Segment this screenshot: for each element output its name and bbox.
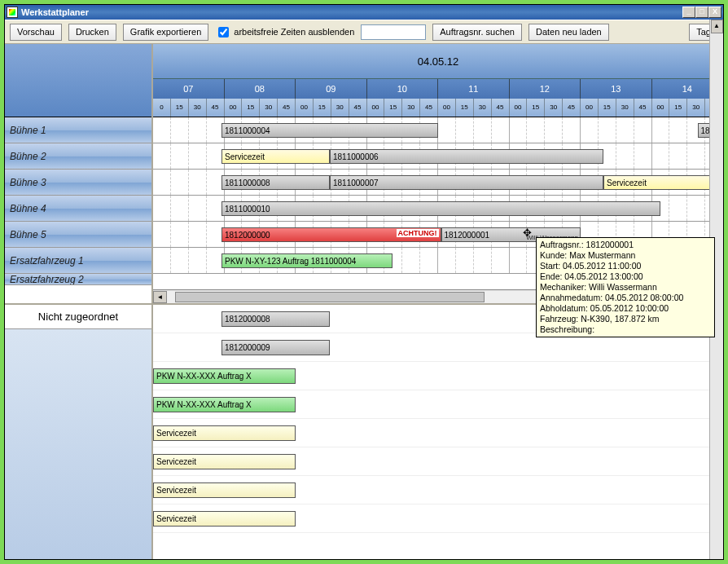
scroll-thumb[interactable]: [175, 292, 485, 302]
unassigned-left: Nicht zugeordnet: [5, 305, 153, 559]
gantt-bar[interactable]: Servicezeit: [153, 454, 296, 469]
gantt-bar[interactable]: PKW N-XX-XXX Auftrag X: [153, 397, 296, 412]
unassigned-row[interactable]: Servicezeit: [153, 447, 723, 476]
minute-cell: 45: [563, 99, 581, 117]
minute-cell: 15: [669, 99, 687, 117]
scroll-left-button[interactable]: ◄: [153, 291, 167, 303]
resource-column: Bühne 1Bühne 2Bühne 3Bühne 4Bühne 5Ersat…: [5, 44, 153, 303]
minute-cell: 30: [616, 99, 634, 117]
resource-row[interactable]: Ersatzfahrzeug 2: [5, 274, 151, 285]
unassigned-body-wrap[interactable]: 18120000081812000009PKW N-XX-XXX Auftrag…: [153, 305, 723, 559]
gantt-bar[interactable]: Servicezeit: [153, 425, 296, 441]
minute-cell: 45: [492, 99, 510, 117]
minute-cell: 00: [225, 99, 243, 117]
gantt-bar[interactable]: 1812000000ACHTUNG!: [221, 227, 441, 242]
gantt-bar[interactable]: 1811000008: [221, 175, 330, 190]
hour-cell: 07: [153, 79, 225, 99]
search-input[interactable]: [361, 24, 426, 40]
gantt-bar[interactable]: 1811000007: [330, 175, 603, 190]
unassigned-panel: Nicht zugeordnet 18120000081812000009PKW…: [5, 305, 723, 559]
minimize-button[interactable]: _: [682, 7, 695, 18]
minute-cell: 30: [545, 99, 563, 117]
header-corner: [5, 44, 151, 117]
minute-cell: 15: [314, 99, 331, 117]
unassigned-row[interactable]: Servicezeit: [153, 419, 723, 447]
minute-cell: 15: [456, 99, 474, 117]
hide-nonwork-checkbox[interactable]: [218, 27, 229, 37]
gantt-row[interactable]: 1811000010: [153, 196, 723, 222]
gantt-bar[interactable]: Servicezeit: [603, 175, 717, 190]
tooltip-line: Fahrzeug: N-K390, 187.872 km: [540, 314, 711, 324]
hide-nonwork-text: arbeitsfreie Zeiten ausblenden: [234, 27, 354, 37]
print-button[interactable]: Drucken: [68, 24, 116, 41]
gantt-bar[interactable]: Servicezeit: [153, 482, 296, 498]
resource-row[interactable]: Bühne 2: [5, 143, 151, 170]
minute-cell: 00: [652, 99, 670, 117]
minute-cell: 00: [510, 99, 528, 117]
window-frame: Werkstattplaner _ □ X Vorschau Drucken G…: [4, 4, 724, 560]
unassigned-body[interactable]: 18120000081812000009PKW N-XX-XXX Auftrag…: [153, 305, 723, 533]
hours-row: 0708091011121314: [153, 79, 723, 99]
minute-cell: 00: [296, 99, 314, 117]
minute-cell: 00: [581, 99, 599, 117]
unassigned-header: Nicht zugeordnet: [5, 305, 151, 329]
gantt-bar[interactable]: 1811000006: [330, 149, 603, 164]
maximize-button[interactable]: □: [695, 7, 708, 18]
task-tooltip: Auftragsnr.: 1812000001 Kunde: Max Muste…: [536, 237, 715, 337]
unassigned-row[interactable]: Servicezeit: [153, 476, 723, 505]
tooltip-line: Annahmedatum: 04.05.2012 08:00:00: [540, 293, 711, 303]
gantt-bar[interactable]: PKW N-XX-XXX Auftrag X: [153, 368, 296, 384]
unassigned-row[interactable]: Servicezeit: [153, 505, 723, 533]
scroll-up-button[interactable]: ▲: [711, 20, 723, 33]
unassigned-row[interactable]: PKW N-XX-XXX Auftrag X: [153, 390, 723, 419]
gantt-bar[interactable]: 1812000009: [221, 340, 330, 355]
hour-cell: 08: [225, 79, 296, 99]
resource-row[interactable]: Ersatzfahrzeug 1: [5, 248, 151, 274]
gantt-row[interactable]: 18110000041811: [153, 117, 723, 143]
search-button[interactable]: Auftragsnr. suchen: [432, 24, 522, 41]
hour-cell: 12: [510, 79, 581, 99]
date-header: 04.05.12: [153, 44, 723, 79]
titlebar[interactable]: Werkstattplaner _ □ X: [5, 5, 723, 20]
unassigned-row[interactable]: PKW N-XX-XXX Auftrag X: [153, 362, 723, 390]
toolbar: Vorschau Drucken Grafik exportieren arbe…: [5, 20, 723, 44]
resource-row[interactable]: Bühne 5: [5, 222, 151, 248]
tooltip-line: Beschreibung:: [540, 324, 711, 335]
minute-cell: 45: [278, 99, 296, 117]
unassigned-row[interactable]: 1812000009: [153, 333, 723, 362]
gantt-bar[interactable]: 1811000010: [221, 201, 660, 216]
hide-nonwork-checkbox-label[interactable]: arbeitsfreie Zeiten ausblenden: [215, 24, 354, 40]
minute-cell: 00: [367, 99, 385, 117]
export-button[interactable]: Grafik exportieren: [123, 24, 208, 41]
gantt-row[interactable]: Servicezeit1811000006: [153, 143, 723, 170]
tooltip-line: Ende: 04.05.2012 13:00:00: [540, 271, 711, 282]
minute-cell: 45: [349, 99, 367, 117]
tooltip-line: Mechaniker: Willi Wassermann: [540, 282, 711, 293]
hour-cell: 11: [438, 79, 510, 99]
unassigned-spacer: [5, 329, 151, 559]
app-icon: [7, 7, 18, 18]
gantt-bar[interactable]: 1811000004: [221, 123, 438, 138]
hour-cell: 09: [296, 79, 367, 99]
minute-cell: 15: [599, 99, 616, 117]
tooltip-line: Auftragsnr.: 1812000001: [540, 240, 711, 250]
resource-row[interactable]: Bühne 4: [5, 196, 151, 222]
preview-button[interactable]: Vorschau: [10, 24, 62, 41]
hour-cell: 10: [367, 79, 439, 99]
tooltip-line: Abholdatum: 05.05.2012 10:00:00: [540, 303, 711, 314]
resource-row[interactable]: Bühne 3: [5, 170, 151, 196]
gantt-bar[interactable]: Servicezeit: [221, 149, 330, 164]
gantt-bar[interactable]: PKW N-XY-123 Auftrag 1811000004: [221, 253, 393, 268]
minute-cell: 45: [634, 99, 652, 117]
tooltip-line: Kunde: Max Mustermann: [540, 250, 711, 261]
minute-cell: 30: [189, 99, 207, 117]
minute-cell: 15: [384, 99, 402, 117]
reload-button[interactable]: Daten neu laden: [528, 24, 609, 41]
minute-cell: 30: [474, 99, 492, 117]
close-button[interactable]: X: [708, 7, 721, 18]
resource-row[interactable]: Bühne 1: [5, 117, 151, 143]
minute-cell: 30: [687, 99, 705, 117]
gantt-bar[interactable]: Servicezeit: [153, 511, 296, 527]
gantt-bar[interactable]: 1812000008: [221, 311, 330, 327]
gantt-row[interactable]: 18110000081811000007Servicezeit: [153, 170, 723, 196]
